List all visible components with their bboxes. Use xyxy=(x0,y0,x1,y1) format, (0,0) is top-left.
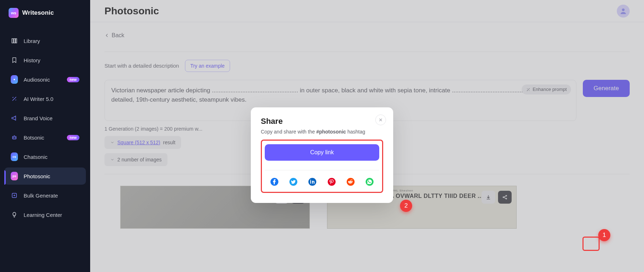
sidebar-item-library[interactable]: Library xyxy=(4,32,86,49)
sidebar: ws Writesonic Library History ● Audioson… xyxy=(0,0,90,272)
bookmark-icon xyxy=(11,57,18,64)
active-indicator xyxy=(4,170,6,185)
modal-subtitle: Copy and share with the #photosonic hash… xyxy=(261,129,383,135)
reddit-icon[interactable] xyxy=(346,178,355,186)
new-badge: new xyxy=(67,135,79,140)
svg-rect-0 xyxy=(12,39,13,43)
plus-square-icon xyxy=(11,192,18,199)
sidebar-item-label: Photosonic xyxy=(24,173,50,179)
whatsapp-icon[interactable] xyxy=(365,178,374,186)
modal-title: Share xyxy=(261,117,383,126)
ps-badge-icon: ps xyxy=(11,173,18,180)
tutorial-step-2-badge: 2 xyxy=(400,200,412,212)
brand-name: Writesonic xyxy=(22,9,54,16)
voice-icon: ● xyxy=(11,76,18,83)
twitter-icon[interactable] xyxy=(289,178,298,186)
magic-icon xyxy=(11,95,18,102)
sidebar-item-label: Audiosonic xyxy=(24,77,50,83)
sidebar-item-chatsonic[interactable]: cs Chatsonic xyxy=(4,148,86,165)
sidebar-item-audiosonic[interactable]: ● Audiosonic new xyxy=(4,71,86,88)
brand-mark: ws xyxy=(9,8,19,18)
sidebar-item-learning-center[interactable]: Learning Center xyxy=(4,206,86,223)
sidebar-item-brand-voice[interactable]: Brand Voice xyxy=(4,110,86,127)
sidebar-item-photosonic[interactable]: ps Photosonic xyxy=(4,167,86,185)
sidebar-item-history[interactable]: History xyxy=(4,52,86,69)
sidebar-item-label: History xyxy=(24,57,40,63)
close-icon xyxy=(378,117,383,122)
tutorial-step-1-badge: 1 xyxy=(598,229,610,241)
svg-point-5 xyxy=(15,137,16,138)
close-button[interactable] xyxy=(375,115,386,125)
sidebar-item-label: Learning Center xyxy=(24,212,62,218)
brand-logo[interactable]: ws Writesonic xyxy=(0,0,90,32)
share-modal: Share Copy and share with the #photosoni… xyxy=(251,107,393,203)
new-badge: new xyxy=(67,77,79,82)
svg-rect-1 xyxy=(14,39,15,43)
sidebar-item-label: Bulk Generate xyxy=(24,193,58,199)
bulb-icon xyxy=(11,211,18,218)
cs-badge-icon: cs xyxy=(11,153,18,160)
sidebar-item-label: AI Writer 5.0 xyxy=(24,96,53,102)
sidebar-item-label: Brand Voice xyxy=(24,115,53,121)
linkedin-icon[interactable] xyxy=(308,178,317,186)
sidebar-item-label: Library xyxy=(24,38,40,44)
sidebar-item-label: Chatsonic xyxy=(24,154,48,160)
copy-link-button[interactable]: Copy link xyxy=(265,144,379,161)
columns-icon xyxy=(11,37,18,44)
pinterest-icon[interactable] xyxy=(327,178,336,186)
sidebar-item-ai-writer[interactable]: AI Writer 5.0 xyxy=(4,90,86,107)
tutorial-highlight-2: Copy link xyxy=(261,140,383,193)
svg-point-17 xyxy=(328,178,336,186)
svg-rect-2 xyxy=(16,39,17,43)
sidebar-nav: Library History ● Audiosonic new AI Writ… xyxy=(0,32,90,223)
facebook-icon[interactable] xyxy=(270,178,279,186)
sidebar-item-label: Botsonic xyxy=(24,135,44,141)
megaphone-icon xyxy=(11,115,18,122)
sidebar-item-botsonic[interactable]: Botsonic new xyxy=(4,129,86,146)
svg-point-4 xyxy=(13,137,14,138)
robot-icon xyxy=(11,134,18,141)
sidebar-item-bulk-generate[interactable]: Bulk Generate xyxy=(4,187,86,204)
social-share-row xyxy=(265,170,379,186)
